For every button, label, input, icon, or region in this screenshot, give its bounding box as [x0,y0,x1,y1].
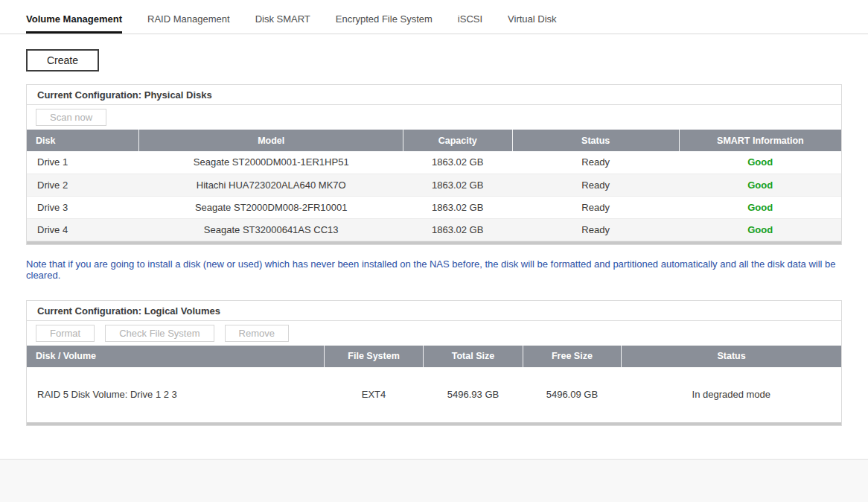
table-row-drive-3[interactable]: Drive 3 Seagate ST2000DM008-2FR10001 186… [27,196,841,218]
column-header-smart-information: SMART Information [679,130,841,151]
column-header-disk: Disk [27,130,139,151]
tab-raid-management[interactable]: RAID Management [147,13,230,34]
smart-status-cell: Good [679,218,841,241]
smart-status-cell: Good [679,174,841,196]
panel-bottom-strip [27,422,841,425]
logical-volumes-table: Disk / Volume File System Total Size Fre… [27,346,841,422]
column-header-model: Model [139,130,403,151]
table-row-drive-4[interactable]: Drive 4 Seagate ST32000641AS CC13 1863.0… [27,218,841,241]
disk-cell: Drive 2 [27,174,139,196]
capacity-cell: 1863.02 GB [403,174,512,196]
file-system-cell: EXT4 [324,367,423,422]
capacity-cell: 1863.02 GB [403,218,512,241]
physical-disks-toolbar: Scan now [27,105,841,130]
smart-status-cell: Good [679,151,841,174]
create-volume-button[interactable]: Create [26,49,99,72]
status-cell: Ready [512,151,679,174]
format-button[interactable]: Format [36,325,95,342]
tab-volume-management[interactable]: Volume Management [26,13,122,34]
physical-disks-header-row: Disk Model Capacity Status SMART Informa… [27,130,841,151]
column-header-file-system: File System [324,346,423,367]
tab-iscsi[interactable]: iSCSI [458,13,482,34]
column-header-total-size: Total Size [424,346,523,367]
tab-bar: Volume Management RAID Management Disk S… [0,0,868,34]
panel-bottom-strip [27,241,841,244]
column-header-volume-status: Status [622,346,841,367]
disk-cell: Drive 4 [27,218,139,241]
model-cell: Seagate ST2000DM001-1ER1HP51 [139,151,403,174]
model-cell: Hitachi HUA723020ALA640 MK7O [139,174,403,196]
column-header-free-size: Free Size [523,346,621,367]
capacity-cell: 1863.02 GB [403,151,512,174]
physical-disks-table: Disk Model Capacity Status SMART Informa… [27,130,841,241]
disk-install-note: Note that if you are going to install a … [26,258,842,281]
column-header-disk-volume: Disk / Volume [27,346,324,367]
tab-encrypted-file-system[interactable]: Encrypted File System [336,13,433,34]
logical-volumes-title: Current Configuration: Logical Volumes [27,301,841,321]
volume-status-cell: In degraded mode [622,367,841,422]
column-header-status: Status [512,130,679,151]
table-row-drive-1[interactable]: Drive 1 Seagate ST2000DM001-1ER1HP51 186… [27,151,841,174]
logical-volumes-header-row: Disk / Volume File System Total Size Fre… [27,346,841,367]
physical-disks-title: Current Configuration: Physical Disks [27,85,841,105]
check-file-system-button[interactable]: Check File System [105,325,214,342]
column-header-capacity: Capacity [403,130,512,151]
disk-cell: Drive 3 [27,196,139,218]
model-cell: Seagate ST2000DM008-2FR10001 [139,196,403,218]
remove-button[interactable]: Remove [225,325,289,342]
tab-virtual-disk[interactable]: Virtual Disk [508,13,557,34]
footer-bar [0,459,868,502]
scan-now-button[interactable]: Scan now [36,109,106,126]
disk-cell: Drive 1 [27,151,139,174]
smart-status-cell: Good [679,196,841,218]
status-cell: Ready [512,218,679,241]
physical-disks-panel: Current Configuration: Physical Disks Sc… [26,84,842,245]
logical-volumes-panel: Current Configuration: Logical Volumes F… [26,300,842,426]
free-size-cell: 5496.09 GB [523,367,621,422]
logical-volumes-toolbar: Format Check File System Remove [27,321,841,346]
volume-name-cell: RAID 5 Disk Volume: Drive 1 2 3 [27,367,324,422]
model-cell: Seagate ST32000641AS CC13 [139,218,403,241]
tab-disk-smart[interactable]: Disk SMART [255,13,310,34]
capacity-cell: 1863.02 GB [403,196,512,218]
main-content: Create Current Configuration: Physical D… [0,34,868,426]
status-cell: Ready [512,174,679,196]
total-size-cell: 5496.93 GB [424,367,523,422]
table-row-drive-2[interactable]: Drive 2 Hitachi HUA723020ALA640 MK7O 186… [27,174,841,196]
table-row-raid5-volume[interactable]: RAID 5 Disk Volume: Drive 1 2 3 EXT4 549… [27,367,841,422]
status-cell: Ready [512,196,679,218]
